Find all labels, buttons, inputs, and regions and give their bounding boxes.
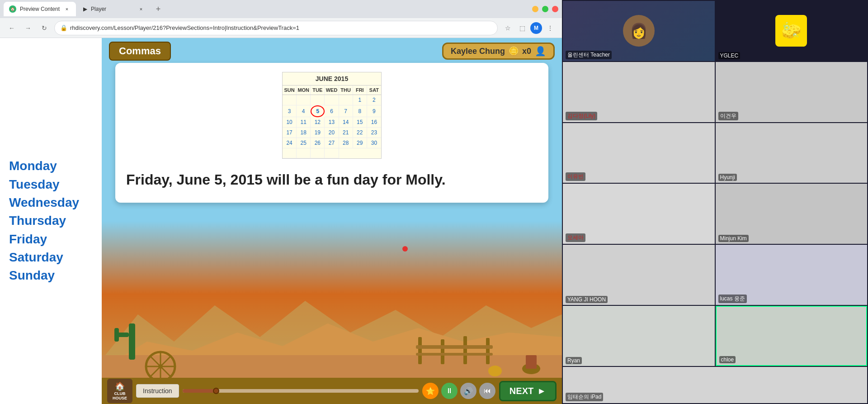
ipad-label: 임태순의 iPad	[566, 393, 603, 401]
video-thumb-yglec: 🧽 YGLEC	[716, 1, 868, 61]
cal-cell-10: 10	[283, 117, 297, 128]
tab1-close-icon[interactable]: ×	[63, 5, 71, 13]
cal-cell-3: 3	[283, 105, 297, 117]
cal-cell-22: 22	[353, 128, 367, 138]
main-game-area: Commas Kaylee Chung 🪙 x0 👤	[102, 38, 562, 404]
video-thumb-yang: YANG JI HOON	[563, 245, 715, 305]
profile-icon[interactable]: M	[530, 22, 542, 34]
cal-mon: MON	[297, 86, 311, 95]
browser-content: Monday Tuesday Wednesday Thursday Friday…	[0, 38, 562, 404]
igeonu-label: 이건우	[718, 112, 738, 120]
svg-rect-7	[416, 345, 493, 349]
cal-empty-end2	[297, 148, 311, 158]
browser-toolbar: ← → ↻ 🔒 rhdiscovery.com/Lesson/Player/21…	[0, 18, 562, 38]
cal-cell-empty4	[325, 95, 339, 105]
cal-cell-28: 28	[339, 138, 353, 148]
coin-count: x0	[522, 47, 531, 56]
cal-cell-7: 7	[339, 105, 353, 117]
pause-button[interactable]: ⏸	[441, 383, 458, 399]
tab1-label: Preview Content	[20, 6, 60, 12]
clubhouse-label: CLUBHOUSE	[113, 391, 127, 400]
video-thumb-lily: 김다정(Lily)	[563, 62, 715, 122]
cal-cell-23: 23	[367, 128, 381, 138]
cal-cell-8: 8	[353, 105, 367, 117]
back-button[interactable]: ⏮	[479, 383, 495, 399]
day-saturday: Saturday	[9, 249, 93, 266]
cal-cell-5-circled: 5	[311, 105, 325, 117]
back-nav-button[interactable]: ←	[5, 22, 18, 34]
cal-cell-empty5	[339, 95, 353, 105]
cal-tue: TUE	[311, 86, 325, 95]
cal-empty-end1	[283, 148, 297, 158]
chloe-label: chloe	[719, 356, 736, 363]
cal-cell-26: 26	[311, 138, 325, 148]
game-title: Commas	[109, 42, 171, 61]
close-button[interactable]: ×	[552, 6, 558, 12]
instruction-button[interactable]: Instruction	[136, 384, 179, 398]
osea-label: 오세아	[566, 233, 585, 242]
player-name: Kaylee Chung	[451, 47, 505, 56]
forward-nav-button[interactable]: →	[22, 22, 34, 34]
tab2-close-icon[interactable]: ×	[137, 5, 145, 13]
lesson-sentence: Friday, June 5, 2015 will be a fun day f…	[124, 166, 539, 194]
minimize-button[interactable]: −	[532, 6, 538, 12]
svg-rect-3	[418, 337, 422, 364]
cal-cell-21: 21	[339, 128, 353, 138]
cal-cell-1: 1	[353, 95, 367, 105]
video-thumb-ipad: 임태순의 iPad	[563, 367, 867, 403]
cal-cell-20: 20	[325, 128, 339, 138]
next-button[interactable]: NEXT ►	[499, 381, 557, 401]
cal-fri: FRI	[353, 86, 367, 95]
day-wednesday: Wednesday	[9, 195, 93, 211]
video-thumb-chloe: chloe	[716, 306, 868, 366]
secure-icon: 🔒	[60, 24, 67, 31]
content-card: JUNE 2015 SUN MON TUE WED THU FRI SAT	[115, 63, 548, 203]
video-thumb-lucas: lucas 웅준	[716, 245, 868, 305]
game-toolbar: 🏠 CLUBHOUSE Instruction ⭐ ⏸ 🔊 ⏮ NEXT ►	[102, 378, 562, 404]
cal-sun: SUN	[283, 86, 297, 95]
cal-cell-16: 16	[367, 117, 381, 128]
cal-thu: THU	[339, 86, 353, 95]
cal-cell-13: 13	[325, 117, 339, 128]
tab2-label: Player	[91, 6, 106, 12]
days-panel: Monday Tuesday Wednesday Thursday Friday…	[0, 38, 102, 404]
lily-label: 김다정(Lily)	[566, 112, 597, 120]
svg-rect-5	[463, 336, 467, 364]
calendar: JUNE 2015 SUN MON TUE WED THU FRI SAT	[282, 72, 382, 159]
toolbar-icons: ☆ ⬚ M ⋮	[501, 22, 557, 34]
cal-sat: SAT	[367, 86, 381, 95]
calendar-month-header: JUNE 2015	[283, 72, 381, 86]
cal-cell-12: 12	[311, 117, 325, 128]
minjun-label: Minjun Kim	[718, 235, 749, 242]
video-thumb-hyunji: Hyunji	[716, 123, 868, 183]
progress-fill	[183, 389, 218, 393]
new-tab-button[interactable]: +	[152, 3, 165, 15]
bookmark-icon[interactable]: ☆	[501, 22, 514, 34]
day-friday: Friday	[9, 231, 93, 247]
coin-icon: 🪙	[509, 46, 519, 56]
cal-cell-27: 27	[325, 138, 339, 148]
lucas-label: lucas 웅준	[718, 295, 747, 303]
svg-rect-9	[129, 323, 135, 360]
video-panel: 👩 올린센터 Teacher 🧽 YGLEC 김다정(Lily) 이건우 이유빈…	[562, 0, 868, 404]
day-tuesday: Tuesday	[9, 176, 93, 193]
house-icon: 🏠	[115, 381, 125, 391]
reload-button[interactable]: ↻	[38, 22, 51, 34]
cal-empty-end4	[325, 148, 339, 158]
calendar-grid: 1 2 3 4 5 6 7 8 9 10 11 12 13	[283, 95, 381, 158]
teacher-label: 올린센터 Teacher	[566, 51, 612, 59]
star-button[interactable]: ⭐	[422, 383, 439, 399]
video-thumb-igeonu: 이건우	[716, 62, 868, 122]
maximize-button[interactable]: □	[542, 6, 548, 12]
address-bar[interactable]: 🔒 rhdiscovery.com/Lesson/Player/216?Prev…	[54, 21, 498, 35]
cal-cell-18: 18	[297, 128, 311, 138]
extension-icon[interactable]: ⬚	[516, 22, 528, 34]
browser-window: 🏠 Preview Content × ▶ Player × + − □ × ←…	[0, 0, 562, 404]
cal-empty-end3	[311, 148, 325, 158]
video-thumb-teacher: 👩 올린센터 Teacher	[563, 1, 715, 61]
tab-preview-content[interactable]: 🏠 Preview Content ×	[4, 2, 76, 16]
tab-player[interactable]: ▶ Player ×	[78, 2, 150, 16]
clubhouse-button[interactable]: 🏠 CLUBHOUSE	[107, 379, 132, 403]
sound-button[interactable]: 🔊	[460, 383, 476, 399]
menu-icon[interactable]: ⋮	[544, 22, 557, 34]
